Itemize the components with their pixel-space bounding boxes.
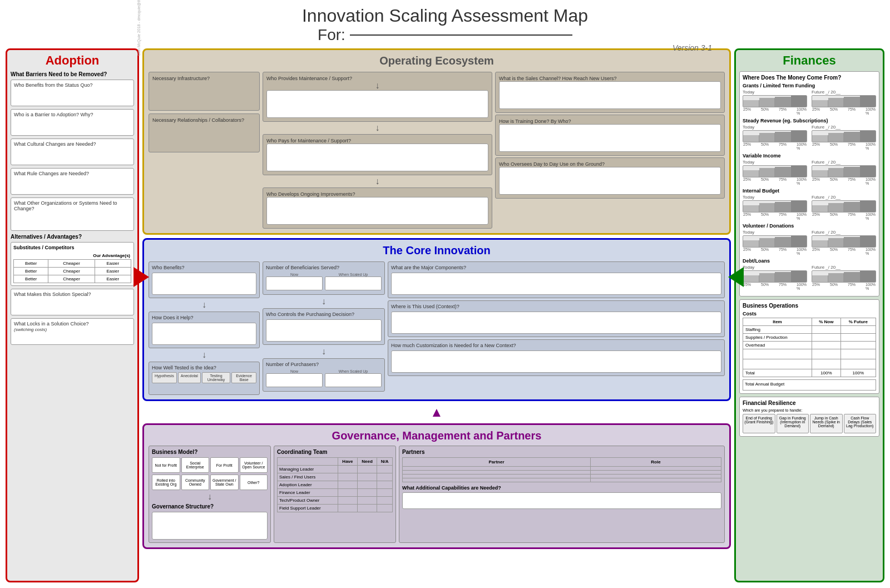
- core-purchasing[interactable]: Who Controls the Purchasing Decision?: [263, 308, 385, 345]
- eco-sales-channel[interactable]: What is the Sales Channel? How Reach New…: [495, 72, 725, 113]
- additional-cap-input[interactable]: [402, 492, 721, 509]
- coord-na-2[interactable]: [377, 473, 393, 481]
- eco-maintenance-pays[interactable]: Who Pays for Maintenance / Support?: [263, 134, 492, 175]
- coord-need-1[interactable]: [357, 466, 377, 473]
- eco-white-6[interactable]: [499, 167, 721, 195]
- eco-oversees[interactable]: Who Oversees Day to Day Use on the Groun…: [495, 157, 725, 199]
- barrier-box-1[interactable]: Who Benefits from the Status Quo?: [11, 80, 134, 106]
- ben-scaled-input[interactable]: [325, 276, 382, 290]
- costs-staffing-now[interactable]: [812, 326, 840, 334]
- partner-2[interactable]: [403, 471, 591, 475]
- bm-rolled[interactable]: Rolled into Existing Org: [152, 475, 180, 490]
- bm-not-profit[interactable]: Not for Profit: [152, 457, 180, 473]
- barrier-box-3[interactable]: What Cultural Changes are Needed?: [11, 139, 134, 165]
- core-components[interactable]: What are the Major Components?: [388, 261, 725, 298]
- coord-have-5[interactable]: [338, 497, 358, 505]
- core-tested[interactable]: How Well Tested is the Idea? Hypothesis …: [149, 362, 260, 395]
- costs-supplies-now[interactable]: [812, 334, 840, 342]
- eco-training[interactable]: How is Training Done? By Who?: [495, 115, 725, 156]
- core-purchasers[interactable]: Number of Purchasers? Now When Scaled Up: [263, 358, 385, 392]
- comp-cell[interactable]: Easier: [95, 275, 131, 283]
- coord-have-1[interactable]: [338, 466, 358, 473]
- coord-have-6[interactable]: [338, 505, 358, 512]
- coord-need-3[interactable]: [357, 481, 377, 489]
- tested-underway[interactable]: Testing Underway: [202, 372, 230, 383]
- costs-overhead-future[interactable]: [840, 342, 876, 349]
- coord-need-6[interactable]: [357, 505, 377, 512]
- coord-na-5[interactable]: [377, 497, 393, 505]
- res-gap-funding[interactable]: Gap in Funding (Interruption in Demand): [777, 414, 809, 433]
- ben-now-input[interactable]: [266, 276, 323, 290]
- core-beneficiaries[interactable]: Number of Beneficiaries Served? Now When…: [263, 261, 385, 295]
- barrier-box-4[interactable]: What Rule Changes are Needed?: [11, 168, 134, 195]
- comp-cell[interactable]: Easier: [95, 260, 131, 268]
- tested-hypothesis[interactable]: Hypothesis: [152, 372, 177, 383]
- core-white-4[interactable]: [391, 273, 721, 295]
- core-white-2[interactable]: [152, 323, 256, 345]
- res-cash-flow[interactable]: Cash Flow Delays (Sales Lag Production): [844, 414, 877, 433]
- coord-na-4[interactable]: [377, 489, 393, 497]
- partner-1[interactable]: [403, 467, 591, 471]
- res-jump-cash[interactable]: Jump in Cash Needs (Spike in Demand): [810, 414, 843, 433]
- partner-4[interactable]: [403, 478, 591, 482]
- bm-volunteer[interactable]: Volunteer / Open Source: [240, 457, 268, 473]
- coord-na-6[interactable]: [377, 505, 393, 512]
- coord-have-4[interactable]: [338, 489, 358, 497]
- tested-anecdotal[interactable]: Anecdotal: [178, 372, 201, 383]
- comp-cell[interactable]: Better: [14, 260, 48, 268]
- costs-overhead-now[interactable]: [812, 342, 840, 349]
- barrier-box-5[interactable]: What Other Organizations or Systems Need…: [11, 197, 134, 231]
- role-3[interactable]: [591, 475, 721, 478]
- comp-cell[interactable]: Better: [14, 268, 48, 275]
- bm-government[interactable]: Government / State Own: [210, 475, 239, 490]
- purch-now-input[interactable]: [266, 373, 323, 387]
- governance-structure-input[interactable]: [152, 512, 268, 540]
- costs-supplies-future[interactable]: [840, 334, 876, 342]
- core-white-1[interactable]: [152, 273, 256, 295]
- eco-improvements[interactable]: Who Develops Ongoing Improvements?: [263, 187, 492, 229]
- eco-white-5[interactable]: [499, 124, 721, 152]
- eco-white-3[interactable]: [266, 197, 488, 225]
- bm-forprofit[interactable]: For Profit: [210, 457, 239, 473]
- total-annual-budget[interactable]: Total Annual Budget: [743, 379, 876, 391]
- eco-infrastructure[interactable]: Necessary Infrastructure?: [149, 72, 260, 111]
- role-4[interactable]: [591, 478, 721, 482]
- purch-scaled-input[interactable]: [325, 373, 382, 387]
- coord-na-3[interactable]: [377, 481, 393, 489]
- locks-box[interactable]: What Locks in a Solution Choice? (switch…: [11, 318, 134, 345]
- special-box[interactable]: What Makes this Solution Special?: [11, 289, 134, 315]
- role-2[interactable]: [591, 471, 721, 475]
- barrier-box-2[interactable]: Who is a Barrier to Adoption? Why?: [11, 109, 134, 136]
- role-1[interactable]: [591, 467, 721, 471]
- eco-maintenance-provider[interactable]: Who Provides Maintenance / Support? ↓: [263, 72, 492, 122]
- costs-staffing-future[interactable]: [840, 326, 876, 334]
- bm-social[interactable]: Social Enterprise: [181, 457, 210, 473]
- eco-white-4[interactable]: [499, 81, 721, 109]
- coord-need-5[interactable]: [357, 497, 377, 505]
- res-end-funding[interactable]: End of Funding (Grant Finishing): [743, 414, 775, 433]
- core-who-benefits[interactable]: Who Benefits?: [149, 261, 260, 298]
- comp-cell[interactable]: Cheaper: [48, 268, 95, 275]
- core-white-3[interactable]: [266, 319, 382, 342]
- coord-need-4[interactable]: [357, 489, 377, 497]
- coord-have-3[interactable]: [338, 481, 358, 489]
- bm-other[interactable]: Other?: [240, 475, 268, 490]
- core-customization[interactable]: How much Customization is Needed for a N…: [388, 339, 725, 376]
- eco-relationships[interactable]: Necessary Relationships / Collaborators?: [149, 113, 260, 152]
- partner-3[interactable]: [403, 475, 591, 478]
- core-how-helps[interactable]: How Does it Help?: [149, 312, 260, 348]
- comp-cell[interactable]: Better: [14, 275, 48, 283]
- comp-cell[interactable]: Cheaper: [48, 275, 95, 283]
- eco-white-2[interactable]: [266, 144, 488, 171]
- core-context[interactable]: Where is This Used (Context)?: [388, 300, 725, 337]
- coord-have-2[interactable]: [338, 473, 358, 481]
- core-white-6[interactable]: [391, 350, 721, 373]
- coord-need-2[interactable]: [357, 473, 377, 481]
- for-underline[interactable]: [350, 34, 572, 36]
- coord-na-1[interactable]: [377, 466, 393, 473]
- core-white-5[interactable]: [391, 312, 721, 334]
- bm-community[interactable]: Community Owned: [181, 475, 210, 490]
- comp-cell[interactable]: Cheaper: [48, 260, 95, 268]
- tested-evidence[interactable]: Evidence Base: [231, 372, 256, 383]
- comp-cell[interactable]: Easier: [95, 268, 131, 275]
